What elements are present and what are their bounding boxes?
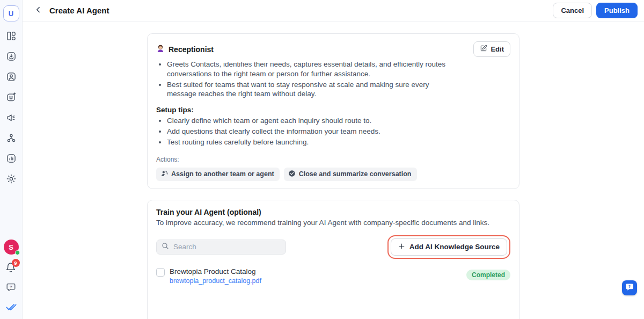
avatar-initial: S xyxy=(9,243,13,251)
sidebar-item-settings[interactable] xyxy=(5,173,18,186)
setup-tip-item: Add questions that clearly collect the i… xyxy=(167,127,457,136)
plus-icon xyxy=(398,243,405,251)
setup-tips-heading: Setup tips: xyxy=(156,106,510,114)
sidebar-item-reports[interactable] xyxy=(5,153,18,166)
action-pill-label: Assign to another team or agent xyxy=(171,170,274,178)
gear-icon xyxy=(6,173,17,186)
sidebar-item-inbox[interactable] xyxy=(5,51,18,64)
training-card: Train your AI Agent (optional) To improv… xyxy=(147,200,519,319)
agent-description-list: Greets Contacts, identifies their needs,… xyxy=(156,60,457,99)
assign-icon xyxy=(160,170,168,179)
workarea: Create AI Agent Cancel Publish xyxy=(23,0,644,319)
reports-icon xyxy=(6,153,17,166)
setup-tips-list: Clearly define which team or agent each … xyxy=(156,116,457,147)
agent-description-item: Best suited for teams that want to stay … xyxy=(167,80,457,99)
sidebar-item-contacts[interactable] xyxy=(5,71,18,84)
action-pill-label: Close and summarize conversation xyxy=(299,170,412,178)
add-knowledge-source-button[interactable]: Add AI Knowledge Source xyxy=(391,238,507,256)
main-content: Receptionist Edit Greets Contacts, ident… xyxy=(23,21,644,319)
help-button[interactable]: ? xyxy=(5,281,18,294)
sidebar-item-broadcast[interactable] xyxy=(5,112,18,125)
ai-agent-icon xyxy=(6,92,17,105)
source-checkbox[interactable] xyxy=(156,268,165,277)
action-pill-close: Close and summarize conversation xyxy=(284,168,417,181)
tasks-button[interactable] xyxy=(5,301,18,314)
woman-tipping-hand-emoji xyxy=(156,44,165,55)
sidebar-nav xyxy=(5,31,18,186)
notifications-button[interactable]: 9 xyxy=(5,262,18,274)
cancel-button[interactable]: Cancel xyxy=(553,3,592,19)
svg-text:?: ? xyxy=(10,284,12,289)
edit-button[interactable]: Edit xyxy=(473,41,510,57)
add-knowledge-highlight-ring: Add AI Knowledge Source xyxy=(387,235,510,259)
search-icon xyxy=(161,242,170,252)
dashboard-icon xyxy=(6,31,17,44)
chat-bubble-question-icon: ? xyxy=(625,282,634,294)
page-title: Create AI Agent xyxy=(49,6,109,15)
inbox-icon xyxy=(6,51,17,64)
workflows-icon xyxy=(6,133,17,146)
action-pill-assign: Assign to another team or agent xyxy=(156,168,280,181)
workspace-logo[interactable]: U xyxy=(3,5,19,21)
sidebar-item-dashboard[interactable] xyxy=(5,31,18,44)
sidebar-item-workflows[interactable] xyxy=(5,133,18,146)
training-card-subtitle: To improve accuracy, we recommend traini… xyxy=(156,219,510,227)
contacts-icon xyxy=(6,71,17,84)
actions-heading: Actions: xyxy=(156,156,510,163)
topbar: Create AI Agent Cancel Publish xyxy=(23,0,644,21)
bell-icon xyxy=(5,266,17,275)
chevron-left-icon xyxy=(33,5,43,17)
help-icon: ? xyxy=(5,281,17,295)
agent-description-item: Greets Contacts, identifies their needs,… xyxy=(167,60,457,79)
knowledge-source-row: Brewtopia Product Catalog brewtopia_prod… xyxy=(156,267,510,285)
source-name: Brewtopia Product Catalog xyxy=(170,267,261,276)
agent-name: Receptionist xyxy=(169,45,214,54)
setup-tip-item: Clearly define which team or agent each … xyxy=(167,116,457,126)
sidebar: U S 9 xyxy=(0,0,23,319)
knowledge-search[interactable] xyxy=(156,240,286,255)
search-input[interactable] xyxy=(173,243,281,251)
edit-pencil-icon xyxy=(480,45,487,54)
double-check-icon xyxy=(5,301,17,315)
status-badge: Completed xyxy=(466,270,510,280)
support-chat-button[interactable]: ? xyxy=(622,280,637,295)
online-status-dot xyxy=(15,250,20,255)
edit-button-label: Edit xyxy=(491,45,504,53)
back-button[interactable] xyxy=(31,4,45,18)
broadcast-icon xyxy=(6,112,17,125)
source-file-link[interactable]: brewtopia_product_catalog.pdf xyxy=(170,277,261,285)
setup-tip-item: Test routing rules carefully before laun… xyxy=(167,137,457,147)
sidebar-item-ai-agent[interactable] xyxy=(5,92,18,105)
training-card-title: Train your AI Agent (optional) xyxy=(156,208,510,216)
sidebar-footer: S 9 ? xyxy=(4,240,19,319)
agent-card: Receptionist Edit Greets Contacts, ident… xyxy=(147,33,519,189)
actions-pills: Assign to another team or agent Close an… xyxy=(156,168,510,181)
notification-badge: 9 xyxy=(12,259,20,267)
add-knowledge-source-label: Add AI Knowledge Source xyxy=(409,243,500,251)
avatar[interactable]: S xyxy=(4,240,19,255)
publish-button[interactable]: Publish xyxy=(596,3,638,19)
svg-text:?: ? xyxy=(628,284,631,289)
topbar-actions: Cancel Publish xyxy=(553,3,638,19)
check-circle-icon xyxy=(288,170,296,179)
